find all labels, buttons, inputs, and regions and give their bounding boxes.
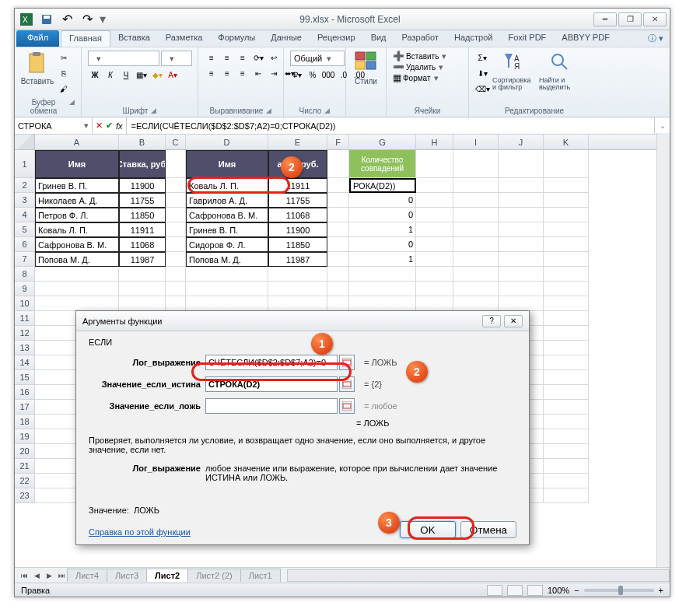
font-size-combo[interactable]: ▾: [161, 51, 192, 66]
cell[interactable]: [416, 208, 453, 222]
row-header[interactable]: 13: [15, 341, 35, 355]
row-header[interactable]: 4: [15, 208, 35, 222]
cell[interactable]: [453, 267, 499, 282]
cell[interactable]: Гринев В. П.: [186, 222, 268, 237]
arg3-input[interactable]: [205, 398, 338, 414]
row-header[interactable]: 22: [15, 474, 35, 488]
cell[interactable]: [453, 208, 499, 222]
cell[interactable]: Имя: [35, 150, 119, 178]
cut-icon[interactable]: ✂: [57, 51, 71, 65]
zoom-in-icon[interactable]: +: [659, 586, 663, 595]
row-header[interactable]: 20: [15, 444, 35, 459]
row-header[interactable]: 14: [15, 355, 35, 370]
tab-insert[interactable]: Вставка: [110, 30, 158, 47]
enter-formula-icon[interactable]: ✔: [106, 121, 113, 131]
row-header[interactable]: 2: [15, 178, 35, 193]
tab-dev[interactable]: Разработ: [394, 30, 446, 47]
cell[interactable]: Сафронова В. М.: [35, 237, 119, 252]
cell[interactable]: Гаврилов А. Д.: [186, 193, 268, 208]
cell[interactable]: [186, 282, 268, 296]
cell[interactable]: [544, 474, 589, 488]
zoom-slider[interactable]: [584, 589, 654, 592]
cell[interactable]: Попова М. Д.: [186, 252, 268, 267]
view-normal-icon[interactable]: [487, 585, 502, 596]
row-header[interactable]: 10: [15, 296, 35, 311]
font-name-combo[interactable]: ▾: [88, 51, 159, 66]
find-select-button[interactable]: Найти и выделить: [539, 51, 583, 91]
cell[interactable]: [499, 237, 544, 252]
row-header[interactable]: 18: [15, 415, 35, 429]
restore-button[interactable]: ❐: [618, 12, 642, 26]
tab-data[interactable]: Данные: [263, 30, 310, 47]
name-box[interactable]: СТРОКА▾: [15, 117, 93, 134]
align-c-icon[interactable]: ≡: [220, 66, 234, 80]
align-tl-icon[interactable]: ≡: [205, 51, 219, 65]
cell[interactable]: [499, 296, 544, 311]
cell[interactable]: [544, 341, 589, 355]
close-button[interactable]: ✕: [643, 12, 667, 26]
cell[interactable]: [35, 282, 119, 296]
row-header[interactable]: 1: [15, 150, 35, 178]
dialog-close-button[interactable]: ✕: [504, 315, 523, 327]
fill-icon[interactable]: ⬇▾: [475, 66, 489, 80]
sheet-tab-5[interactable]: Лист1: [240, 569, 281, 582]
cell[interactable]: 1: [349, 222, 416, 237]
font-color-button[interactable]: A▾: [166, 68, 180, 82]
cell[interactable]: [499, 282, 544, 296]
cell[interactable]: Попова М. Д.: [35, 252, 119, 267]
cell[interactable]: [268, 296, 327, 311]
cell[interactable]: [453, 282, 499, 296]
cell[interactable]: [544, 355, 589, 370]
cell[interactable]: [327, 282, 349, 296]
autosum-icon[interactable]: Σ▾: [475, 51, 489, 65]
indent-inc-icon[interactable]: ⇥: [267, 66, 281, 80]
tab-abbyy[interactable]: ABBYY PDF: [554, 30, 618, 47]
cell[interactable]: [166, 178, 186, 193]
select-all-corner[interactable]: [15, 135, 35, 149]
cell[interactable]: [119, 282, 166, 296]
cell[interactable]: [544, 370, 589, 385]
tab-home[interactable]: Главная: [61, 30, 110, 47]
cell[interactable]: [166, 222, 186, 237]
cell[interactable]: [453, 252, 499, 267]
tab-view[interactable]: Вид: [363, 30, 394, 47]
bold-button[interactable]: Ж: [88, 68, 102, 82]
font-expand-icon[interactable]: ◢: [151, 107, 156, 115]
sheet-tab-2[interactable]: Лист3: [107, 569, 147, 582]
number-expand-icon[interactable]: ◢: [324, 107, 330, 115]
cell[interactable]: [544, 326, 589, 341]
cell[interactable]: 11850: [119, 208, 166, 222]
cell[interactable]: [544, 311, 589, 326]
align-l-icon[interactable]: ≡: [205, 66, 219, 80]
percent-icon[interactable]: %: [306, 68, 320, 82]
dialog-help-button[interactable]: ?: [482, 315, 501, 327]
cell[interactable]: [327, 252, 349, 267]
cell[interactable]: Сафронова В. М.: [186, 208, 268, 222]
align-tc-icon[interactable]: ≡: [220, 51, 234, 65]
paste-button[interactable]: Вставить: [21, 51, 54, 86]
cell[interactable]: Петров Ф. Л.: [35, 208, 119, 222]
col-B[interactable]: B: [119, 135, 166, 149]
save-icon[interactable]: [38, 12, 55, 26]
view-break-icon[interactable]: [527, 585, 543, 596]
col-E[interactable]: E: [268, 135, 327, 149]
cell[interactable]: [327, 222, 349, 237]
row-header[interactable]: 3: [15, 193, 35, 208]
delete-cells-icon[interactable]: ➖: [393, 61, 404, 72]
cell[interactable]: Имя: [186, 150, 268, 178]
cell[interactable]: [166, 296, 186, 311]
cell[interactable]: [499, 193, 544, 208]
cell[interactable]: [416, 282, 453, 296]
format-cells-label[interactable]: Формат: [403, 74, 431, 82]
format-painter-icon[interactable]: 🖌: [57, 82, 71, 96]
tab-foxit[interactable]: Foxit PDF: [500, 30, 554, 47]
col-K[interactable]: K: [544, 135, 589, 149]
cell[interactable]: [544, 296, 589, 311]
cell[interactable]: [327, 267, 349, 282]
clear-icon[interactable]: ⌫▾: [475, 82, 489, 96]
cell[interactable]: [416, 222, 453, 237]
cell[interactable]: 11900: [268, 222, 327, 237]
cell[interactable]: [416, 178, 453, 193]
sheet-nav-last[interactable]: ⏭: [55, 569, 68, 582]
cell[interactable]: [416, 252, 453, 267]
